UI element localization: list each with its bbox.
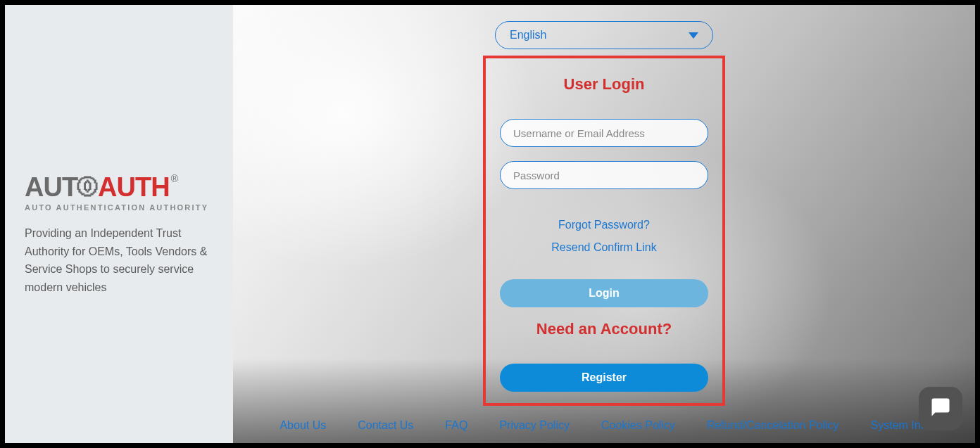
password-input[interactable]	[500, 161, 708, 189]
footer-cookies-link[interactable]: Cookies Policy	[601, 419, 675, 432]
need-account-heading: Need an Account?	[500, 320, 708, 338]
footer-faq-link[interactable]: FAQ	[445, 419, 467, 432]
lock-icon: 🄋	[77, 177, 98, 198]
footer-contact-link[interactable]: Contact Us	[358, 419, 413, 432]
username-input[interactable]	[500, 119, 708, 147]
resend-confirm-link[interactable]: Resend Confirm Link	[500, 241, 708, 254]
chevron-down-icon	[689, 32, 698, 39]
chat-icon	[930, 397, 951, 421]
logo-subtitle: AUTO AUTHENTICATION AUTHORITY	[25, 203, 213, 212]
footer-nav: About Us Contact Us FAQ Privacy Policy C…	[233, 419, 975, 432]
logo-part-auth: AUTH	[98, 172, 170, 202]
logo: AUT🄋AUTH® AUTO AUTHENTICATION AUTHORITY	[25, 174, 213, 212]
login-heading: User Login	[500, 75, 708, 94]
tagline-text: Providing an Independent Trust Authority…	[25, 224, 213, 296]
login-button[interactable]: Login	[500, 279, 708, 307]
main-content: English User Login Forgot Password? Rese…	[233, 5, 975, 443]
footer-refund-link[interactable]: Refund/Cancelation Policy	[707, 419, 839, 432]
login-form: User Login Forgot Password? Resend Confi…	[483, 56, 725, 406]
register-button[interactable]: Register	[500, 364, 708, 392]
registered-mark: ®	[171, 173, 177, 184]
left-sidebar: AUT🄋AUTH® AUTO AUTHENTICATION AUTHORITY …	[5, 5, 233, 443]
language-dropdown[interactable]: English	[495, 21, 713, 49]
chat-button[interactable]	[919, 387, 962, 430]
footer-about-link[interactable]: About Us	[279, 419, 326, 432]
language-selected-label: English	[510, 29, 546, 41]
forgot-password-link[interactable]: Forgot Password?	[500, 219, 708, 231]
logo-part-auto: AUT	[25, 172, 77, 202]
footer-privacy-link[interactable]: Privacy Policy	[499, 419, 570, 432]
